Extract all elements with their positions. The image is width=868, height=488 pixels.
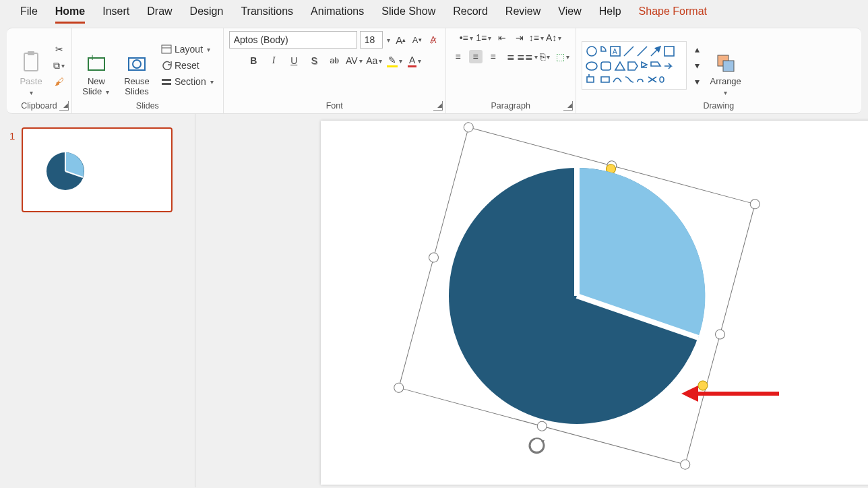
reuse-slides-icon <box>126 54 148 74</box>
line-spacing-button[interactable]: ↕≡▾ <box>530 31 544 44</box>
svg-marker-19 <box>615 62 625 70</box>
svg-rect-0 <box>24 53 38 71</box>
highlight-color-button[interactable]: ✎▾ <box>388 54 402 67</box>
menu-review[interactable]: Review <box>505 5 540 24</box>
bold-button[interactable]: B <box>247 54 260 67</box>
bullets-button[interactable]: •≡▾ <box>460 31 474 44</box>
new-slide-button[interactable]: + New Slide ▾ <box>78 34 115 96</box>
section-button[interactable]: Section▾ <box>158 75 218 88</box>
menu-insert[interactable]: Insert <box>102 5 129 24</box>
paste-label: Paste <box>20 76 42 86</box>
thumbnail-number: 1 <box>9 127 15 212</box>
align-right-button[interactable]: ≡ <box>487 50 500 63</box>
menu-home[interactable]: Home <box>55 5 85 24</box>
menu-view[interactable]: View <box>558 5 581 24</box>
numbering-button[interactable]: 1≡▾ <box>478 31 491 44</box>
svg-rect-21 <box>723 61 734 71</box>
font-family-input[interactable] <box>229 31 357 49</box>
group-paragraph: •≡▾ 1≡▾ ⇤ ⇥ ↕≡▾ A↕▾ ≡ ≡ ≡ ≣ ≣≣▾ ⎘▾ ⬚▾ Pa… <box>446 28 576 113</box>
svg-point-26 <box>463 121 474 133</box>
menu-transitions[interactable]: Transitions <box>241 5 293 24</box>
increase-indent-button[interactable]: ⇥ <box>513 31 526 44</box>
underline-button[interactable]: U <box>287 54 301 67</box>
clipboard-icon <box>21 51 41 73</box>
copy-button[interactable]: ⧉▾ <box>53 59 66 72</box>
menu-draw[interactable]: Draw <box>147 5 172 24</box>
slides-group-label: Slides <box>78 100 218 112</box>
svg-line-15 <box>651 47 660 56</box>
section-icon <box>161 77 172 86</box>
rotation-handle[interactable] <box>528 437 546 455</box>
ribbon: Paste ▾ ✂ ⧉▾ 🖌 Clipboard ◢ + New Slide ▾… <box>7 28 861 114</box>
format-painter-button[interactable]: 🖌 <box>53 75 66 88</box>
svg-rect-9 <box>162 83 171 85</box>
shapes-expand-up[interactable]: ▴ <box>691 42 704 56</box>
svg-text:+: + <box>90 54 95 63</box>
smartart-button[interactable]: ⬚▾ <box>557 50 570 63</box>
annotation-arrow-icon <box>678 373 786 414</box>
text-direction-button[interactable]: A↕▾ <box>548 31 561 44</box>
menu-file[interactable]: File <box>20 5 38 24</box>
align-center-button[interactable]: ≡ <box>469 50 483 63</box>
group-clipboard: Paste ▾ ✂ ⧉▾ 🖌 Clipboard ◢ <box>7 28 72 113</box>
clear-formatting-button[interactable]: A̷ <box>427 33 440 47</box>
menu-slideshow[interactable]: Slide Show <box>381 5 435 24</box>
group-font: ▾ A▴ A▾ A̷ B I U S ab AV▾ Aa▾ ✎▾ A▾ Font… <box>224 28 446 113</box>
chevron-down-icon: ▾ <box>28 89 34 96</box>
decrease-font-button[interactable]: A▾ <box>410 33 424 47</box>
font-size-dropdown[interactable]: ▾ <box>385 36 392 44</box>
reset-icon <box>161 61 172 70</box>
svg-point-32 <box>536 421 548 432</box>
menu-design[interactable]: Design <box>190 5 224 24</box>
reuse-slides-button[interactable]: Reuse Slides <box>118 34 156 96</box>
layout-button[interactable]: Layout▾ <box>158 42 218 56</box>
clipboard-dialog-launcher[interactable]: ◢ <box>59 101 69 111</box>
menu-help[interactable]: Help <box>599 5 621 24</box>
cut-button[interactable]: ✂ <box>53 42 66 56</box>
svg-point-33 <box>679 459 691 470</box>
thumbnail-pie-icon <box>42 148 89 195</box>
svg-rect-1 <box>28 51 34 55</box>
svg-point-17 <box>586 62 597 70</box>
paste-button[interactable]: Paste ▾ <box>12 34 50 96</box>
svg-line-13 <box>624 47 633 56</box>
slide-canvas-area[interactable] <box>195 114 868 487</box>
text-shadow-button[interactable]: S <box>307 54 321 67</box>
arrange-button[interactable]: Arrange ▾ <box>707 34 745 96</box>
group-slides: + New Slide ▾ Reuse Slides Layout▾ Reset… <box>72 28 224 113</box>
justify-button[interactable]: ≣ <box>504 50 518 63</box>
slide-1[interactable] <box>321 121 868 485</box>
svg-rect-6 <box>162 45 171 53</box>
change-case-button[interactable]: Aa▾ <box>368 54 381 67</box>
selected-pie-shape[interactable] <box>361 107 793 485</box>
strikethrough-button[interactable]: ab <box>328 54 341 67</box>
font-color-button[interactable]: A▾ <box>408 54 422 67</box>
reset-button[interactable]: Reset <box>158 59 218 72</box>
svg-point-31 <box>393 382 404 394</box>
menu-record[interactable]: Record <box>453 5 488 24</box>
menu-animations[interactable]: Animations <box>311 5 364 24</box>
svg-marker-39 <box>681 386 698 402</box>
svg-point-28 <box>749 198 761 210</box>
increase-font-button[interactable]: A▴ <box>394 33 408 47</box>
slide-thumbnail-1[interactable] <box>22 127 173 212</box>
chevron-down-icon: ▾ <box>722 89 728 96</box>
columns-button[interactable]: ≣≣▾ <box>522 50 535 63</box>
svg-line-14 <box>638 47 647 56</box>
svg-point-29 <box>428 251 439 263</box>
font-size-input[interactable] <box>360 31 383 49</box>
align-text-button[interactable]: ⎘▾ <box>539 50 553 63</box>
align-left-button[interactable]: ≡ <box>452 50 465 63</box>
menu-shape-format[interactable]: Shape Format <box>639 5 707 24</box>
shapes-expand-down[interactable]: ▾ <box>691 59 704 72</box>
shapes-gallery[interactable]: A <box>582 41 687 90</box>
svg-point-30 <box>714 328 726 340</box>
svg-point-10 <box>587 47 596 56</box>
decrease-indent-button[interactable]: ⇤ <box>495 31 509 44</box>
italic-button[interactable]: I <box>267 54 280 67</box>
arrange-icon <box>716 53 736 73</box>
char-spacing-button[interactable]: AV▾ <box>348 54 361 67</box>
svg-rect-18 <box>601 62 611 70</box>
shapes-expand-more[interactable]: ▾ <box>691 75 704 88</box>
new-slide-icon: + <box>86 54 107 74</box>
